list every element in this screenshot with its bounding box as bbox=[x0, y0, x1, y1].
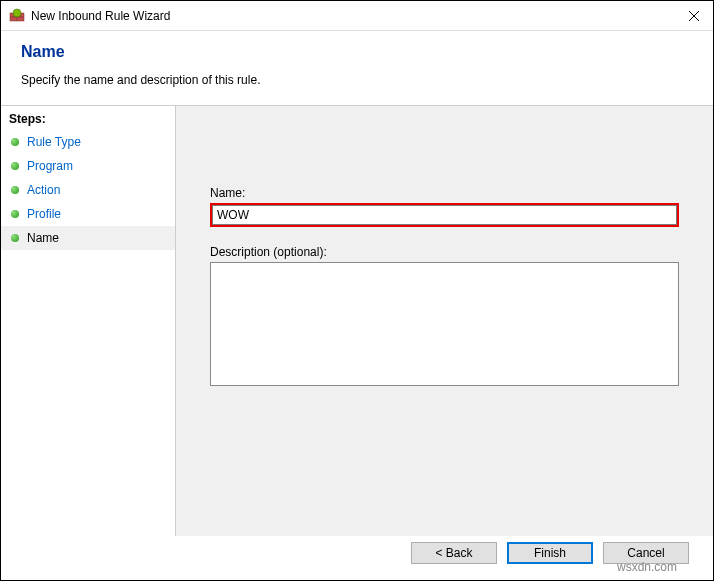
step-label: Name bbox=[27, 231, 59, 245]
step-action[interactable]: Action bbox=[1, 178, 175, 202]
step-label: Action bbox=[27, 183, 60, 197]
bullet-icon bbox=[11, 162, 19, 170]
close-button[interactable] bbox=[683, 5, 705, 27]
name-input[interactable] bbox=[212, 205, 677, 225]
step-profile[interactable]: Profile bbox=[1, 202, 175, 226]
step-rule-type[interactable]: Rule Type bbox=[1, 130, 175, 154]
wizard-body: Steps: Rule Type Program Action Profile … bbox=[1, 106, 713, 536]
step-program[interactable]: Program bbox=[1, 154, 175, 178]
description-label: Description (optional): bbox=[210, 245, 679, 259]
name-highlight bbox=[210, 203, 679, 227]
bullet-icon bbox=[11, 234, 19, 242]
window-title: New Inbound Rule Wizard bbox=[31, 9, 170, 23]
titlebar: New Inbound Rule Wizard bbox=[1, 1, 713, 31]
wizard-footer: < Back Finish Cancel bbox=[411, 542, 689, 564]
step-label: Rule Type bbox=[27, 135, 81, 149]
back-button[interactable]: < Back bbox=[411, 542, 497, 564]
wizard-window: New Inbound Rule Wizard Name Specify the… bbox=[0, 0, 714, 581]
bullet-icon bbox=[11, 210, 19, 218]
wizard-content: Name: Description (optional): bbox=[176, 106, 713, 536]
cancel-button[interactable]: Cancel bbox=[603, 542, 689, 564]
page-subtitle: Specify the name and description of this… bbox=[21, 73, 693, 87]
step-name[interactable]: Name bbox=[1, 226, 175, 250]
finish-button[interactable]: Finish bbox=[507, 542, 593, 564]
steps-sidebar: Steps: Rule Type Program Action Profile … bbox=[1, 106, 176, 536]
firewall-icon bbox=[9, 8, 25, 24]
step-label: Program bbox=[27, 159, 73, 173]
svg-point-5 bbox=[13, 9, 21, 17]
steps-title: Steps: bbox=[1, 108, 175, 130]
wizard-header: Name Specify the name and description of… bbox=[1, 31, 713, 91]
bullet-icon bbox=[11, 138, 19, 146]
name-label: Name: bbox=[210, 186, 679, 200]
description-input[interactable] bbox=[210, 262, 679, 386]
bullet-icon bbox=[11, 186, 19, 194]
page-title: Name bbox=[21, 43, 693, 61]
step-label: Profile bbox=[27, 207, 61, 221]
